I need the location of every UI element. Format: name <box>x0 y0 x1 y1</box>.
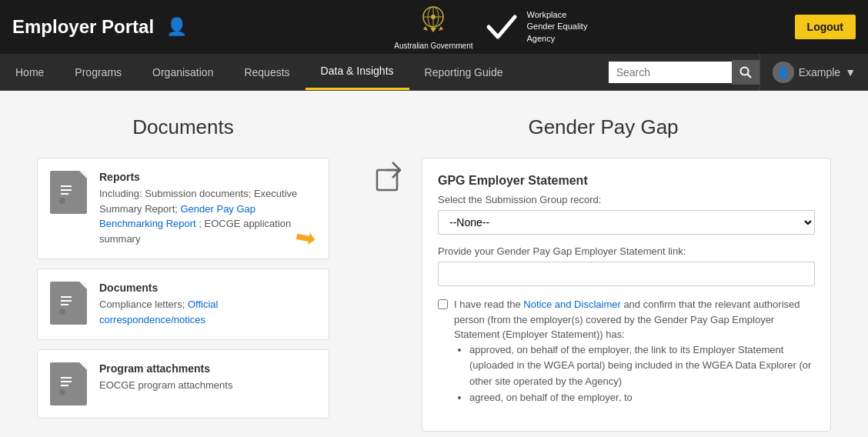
gpg-checkbox-text: I have read the Notice and Disclaimer an… <box>454 297 815 406</box>
search-button[interactable] <box>732 60 760 85</box>
gpg-select-wrapper: --None-- <box>438 210 815 245</box>
gpg-card-title: GPG Employer Statement <box>438 174 815 188</box>
documents-card-desc: Compliance letters; Official corresponde… <box>99 297 316 327</box>
gpg-form-card: GPG Employer Statement Select the Submis… <box>422 158 831 432</box>
documents-section: Documents Reports Including: Submission … <box>37 115 329 432</box>
svg-rect-22 <box>61 381 72 382</box>
svg-marker-5 <box>423 26 428 31</box>
app-title: Employer Portal <box>12 16 154 38</box>
user-icon: 👤 <box>166 17 187 37</box>
documents-card-title: Documents <box>99 282 316 294</box>
svg-rect-17 <box>61 300 72 302</box>
reports-icon <box>50 171 87 214</box>
account-label: Example <box>799 66 840 78</box>
header-right: Logout <box>795 15 856 39</box>
nav-item-data-insights[interactable]: Data & Insights <box>305 54 409 90</box>
nav-item-reporting-guide[interactable]: Reporting Guide <box>409 54 519 90</box>
svg-line-9 <box>747 74 751 78</box>
program-attachments-icon <box>50 362 87 405</box>
gpg-link-input[interactable] <box>438 262 815 286</box>
program-attachments-title: Program attachments <box>99 362 316 375</box>
gpg-checkbox[interactable] <box>438 299 448 309</box>
reports-title: Reports <box>99 171 316 183</box>
gpg-submission-select[interactable]: --None-- <box>438 210 815 235</box>
search-icon <box>739 66 752 78</box>
main-content: Documents Reports Including: Submission … <box>0 91 868 437</box>
svg-rect-23 <box>61 385 68 386</box>
arrow-cursor-indicator: ➡ <box>293 222 319 254</box>
program-attachments-content: Program attachments EOCGE program attach… <box>99 362 316 393</box>
doc-file-icon3 <box>58 371 79 397</box>
gov-label: Australian Government <box>394 42 472 51</box>
svg-rect-21 <box>61 377 72 379</box>
doc-file-icon <box>58 179 79 205</box>
gpg-title: Gender Pay Gap <box>376 115 831 139</box>
search-input[interactable] <box>609 62 732 83</box>
program-attachments-desc: EOCGE program attachments <box>99 378 316 393</box>
documents-icon <box>50 282 87 325</box>
gov-logo: Australian Government <box>394 3 472 51</box>
wgea-check-icon <box>482 8 521 46</box>
gpg-bullet-2: agreed, on behalf of the employer, to <box>469 390 815 406</box>
nav-item-programs[interactable]: Programs <box>59 54 137 90</box>
svg-point-7 <box>431 15 436 19</box>
nav-search-area: 👤 Example ▼ <box>609 54 868 90</box>
reports-desc: Including: Submission documents; Executi… <box>99 186 316 246</box>
account-chevron-icon: ▼ <box>845 66 856 78</box>
svg-point-8 <box>740 67 748 75</box>
header-center: Australian Government Workplace Gender E… <box>394 3 587 51</box>
documents-content: Documents Compliance letters; Official c… <box>99 282 316 327</box>
gpg-bullet-1: approved, on behalf of the employer, the… <box>469 342 815 390</box>
svg-rect-13 <box>61 193 68 195</box>
doc-file-icon2 <box>58 290 79 316</box>
documents-title: Documents <box>37 115 329 139</box>
svg-rect-16 <box>61 296 72 298</box>
reports-card: Reports Including: Submission documents;… <box>37 158 329 259</box>
gpg-bullet-list: approved, on behalf of the employer, the… <box>454 342 815 406</box>
svg-marker-4 <box>430 28 436 32</box>
gpg-select-label: Select the Submission Group record: <box>438 194 815 205</box>
account-icon: 👤 <box>773 62 794 83</box>
gov-crest-icon <box>415 3 452 40</box>
program-attachments-card: Program attachments EOCGE program attach… <box>37 349 329 419</box>
wgea-text: Workplace Gender Equality Agency <box>527 9 588 45</box>
svg-marker-6 <box>439 26 443 31</box>
navigation: Home Programs Organisation Requests Data… <box>0 54 868 91</box>
nav-item-organisation[interactable]: Organisation <box>137 54 229 90</box>
notice-disclaimer-link[interactable]: Notice and Disclaimer <box>523 299 620 310</box>
gpg-section: Gender Pay Gap GPG Employer Statement Se… <box>376 115 831 432</box>
gpg-link-label: Provide your Gender Pay Gap Employer Sta… <box>438 245 815 257</box>
svg-rect-25 <box>377 170 397 190</box>
svg-rect-18 <box>61 304 68 305</box>
gpg-share-icon <box>376 161 409 195</box>
reports-content: Reports Including: Submission documents;… <box>99 171 316 246</box>
documents-card: Documents Compliance letters; Official c… <box>37 269 329 340</box>
nav-account[interactable]: 👤 Example ▼ <box>760 62 868 83</box>
wgea-logo: Workplace Gender Equality Agency <box>482 8 588 46</box>
header: Employer Portal 👤 Australian Government <box>0 0 868 54</box>
gpg-header: GPG Employer Statement Select the Submis… <box>376 158 831 432</box>
header-left: Employer Portal 👤 <box>12 16 187 38</box>
svg-rect-12 <box>61 189 72 191</box>
nav-item-home[interactable]: Home <box>0 54 59 90</box>
nav-item-requests[interactable]: Requests <box>229 54 305 90</box>
gpg-checkbox-row: I have read the Notice and Disclaimer an… <box>438 297 815 406</box>
logout-button[interactable]: Logout <box>795 15 856 39</box>
svg-rect-11 <box>61 185 72 187</box>
gpg-share-icon-wrapper <box>376 158 409 195</box>
